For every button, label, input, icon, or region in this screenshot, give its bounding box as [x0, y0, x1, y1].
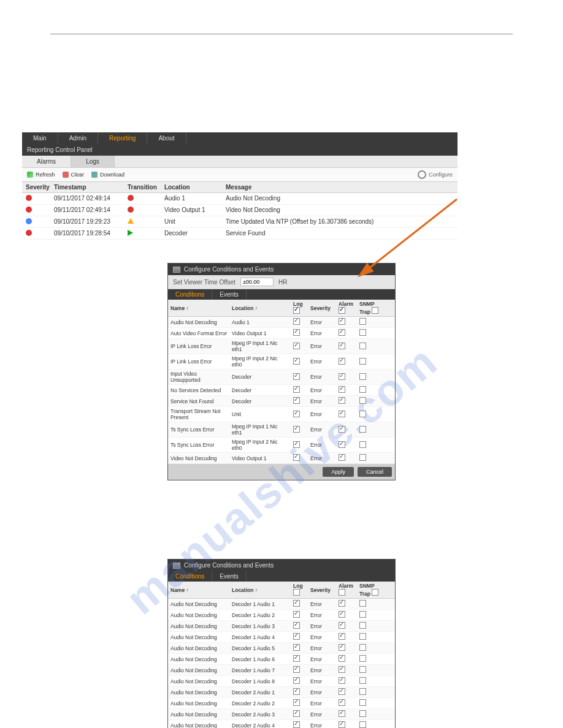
checkbox[interactable] — [293, 358, 300, 365]
checkbox[interactable] — [359, 688, 366, 695]
condition-row[interactable]: Service Not FoundDecoderError — [168, 396, 395, 407]
checkbox[interactable] — [293, 677, 300, 684]
col-trap[interactable]: SNMP Trap — [357, 582, 389, 598]
condition-row[interactable]: Audio Not DecodingDecoder 1 Audio 3Error — [168, 621, 395, 632]
tab-main[interactable]: Main — [22, 132, 58, 144]
checkbox[interactable] — [339, 343, 345, 349]
checkbox[interactable] — [293, 600, 300, 607]
condition-row[interactable]: IP Link Loss ErrorMpeg IP Input 1 Nic et… — [168, 339, 395, 354]
log-row[interactable]: 09/11/2017 02:49:14Audio 1Audio Not Deco… — [22, 193, 458, 205]
checkbox[interactable] — [339, 329, 345, 336]
checkbox[interactable] — [293, 721, 300, 728]
col-severity[interactable]: Severity — [308, 304, 336, 313]
checkbox[interactable] — [293, 318, 300, 325]
checkbox[interactable] — [293, 688, 300, 695]
checkbox[interactable] — [293, 655, 300, 662]
col-trap[interactable]: SNMP Trap — [357, 300, 389, 316]
col-name[interactable]: Name ↑ — [168, 304, 229, 313]
condition-row[interactable]: Transport Stream Not PresentUnitError — [168, 407, 395, 422]
col-log[interactable]: Log — [291, 582, 308, 598]
checkbox[interactable] — [372, 589, 378, 596]
download-button[interactable]: Download — [91, 172, 124, 178]
checkbox[interactable] — [293, 589, 300, 596]
checkbox[interactable] — [293, 441, 300, 448]
dialog-tab-events[interactable]: Events — [212, 289, 247, 300]
checkbox[interactable] — [359, 622, 366, 629]
condition-row[interactable]: Ts Sync Loss ErrorMpeg IP Input 1 Nic et… — [168, 422, 395, 438]
checkbox[interactable] — [359, 358, 366, 365]
offset-input[interactable] — [240, 278, 274, 286]
configure-link[interactable]: Configure — [418, 170, 453, 179]
checkbox[interactable] — [339, 622, 345, 629]
log-row[interactable]: 09/10/2017 19:29:23UnitTime Updated Via … — [22, 216, 458, 228]
checkbox[interactable] — [293, 411, 300, 417]
clear-button[interactable]: Clear — [63, 172, 85, 178]
checkbox[interactable] — [293, 622, 300, 629]
condition-row[interactable]: Ts Sync Loss ErrorMpeg IP Input 2 Nic et… — [168, 438, 395, 453]
checkbox[interactable] — [293, 611, 300, 618]
condition-row[interactable]: No Services DetectedDecoderError — [168, 385, 395, 396]
tab-admin[interactable]: Admin — [58, 132, 98, 144]
condition-row[interactable]: Audio Not DecodingDecoder 1 Audio 5Error — [168, 643, 395, 654]
checkbox[interactable] — [339, 358, 345, 365]
checkbox[interactable] — [293, 307, 300, 314]
checkbox[interactable] — [339, 600, 345, 607]
tab-about[interactable]: About — [147, 132, 186, 144]
condition-row[interactable]: Audio Not DecodingDecoder 1 Audio 7Error — [168, 665, 395, 676]
log-header-cell[interactable]: Transition — [124, 182, 161, 192]
checkbox[interactable] — [359, 666, 366, 673]
checkbox[interactable] — [359, 611, 366, 618]
dialog-tab-conditions[interactable]: Conditions — [168, 571, 212, 582]
col-severity[interactable]: Severity — [308, 586, 336, 594]
checkbox[interactable] — [359, 318, 366, 325]
checkbox[interactable] — [359, 644, 366, 651]
condition-row[interactable]: Input Video UnsupportedDecoderError — [168, 370, 395, 385]
checkbox[interactable] — [293, 633, 300, 640]
checkbox[interactable] — [293, 454, 300, 461]
subtab-alarms[interactable]: Alarms — [22, 156, 71, 167]
condition-row[interactable]: Video Not DecodingVideo Output 1Error — [168, 453, 395, 464]
checkbox[interactable] — [339, 677, 345, 684]
checkbox[interactable] — [359, 600, 366, 607]
log-row[interactable]: 09/10/2017 19:28:54DecoderService Found — [22, 228, 458, 240]
checkbox[interactable] — [339, 589, 345, 596]
col-name[interactable]: Name ↑ — [168, 586, 229, 594]
condition-row[interactable]: Audio Not DecodingDecoder 1 Audio 8Error — [168, 676, 395, 687]
checkbox[interactable] — [293, 373, 300, 380]
checkbox[interactable] — [339, 644, 345, 651]
checkbox[interactable] — [359, 386, 366, 393]
dialog-tab-conditions[interactable]: Conditions — [168, 289, 212, 300]
checkbox[interactable] — [339, 454, 345, 461]
checkbox[interactable] — [359, 710, 366, 717]
log-header-cell[interactable]: Timestamp — [50, 182, 124, 192]
condition-row[interactable]: Audio Not DecodingDecoder 1 Audio 2Error — [168, 610, 395, 621]
checkbox[interactable] — [339, 386, 345, 393]
checkbox[interactable] — [359, 454, 366, 461]
checkbox[interactable] — [293, 666, 300, 673]
checkbox[interactable] — [339, 710, 345, 717]
checkbox[interactable] — [339, 318, 345, 325]
checkbox[interactable] — [359, 397, 366, 404]
col-location[interactable]: Location ↑ — [229, 586, 291, 594]
checkbox[interactable] — [359, 373, 366, 380]
checkbox[interactable] — [359, 633, 366, 640]
cancel-button[interactable]: Cancel — [358, 467, 392, 477]
condition-row[interactable]: Audio Not DecodingDecoder 1 Audio 1Error — [168, 599, 395, 610]
checkbox[interactable] — [293, 710, 300, 717]
checkbox[interactable] — [339, 611, 345, 618]
checkbox[interactable] — [339, 633, 345, 640]
checkbox[interactable] — [359, 677, 366, 684]
condition-row[interactable]: Auto Video Format ErrorVideo Output 1Err… — [168, 328, 395, 339]
log-header-cell[interactable]: Location — [161, 182, 222, 192]
checkbox[interactable] — [293, 386, 300, 393]
checkbox[interactable] — [339, 373, 345, 380]
checkbox[interactable] — [293, 343, 300, 349]
checkbox[interactable] — [339, 411, 345, 417]
checkbox[interactable] — [293, 329, 300, 336]
checkbox[interactable] — [339, 688, 345, 695]
checkbox[interactable] — [359, 699, 366, 706]
checkbox[interactable] — [293, 699, 300, 706]
subtab-logs[interactable]: Logs — [71, 156, 115, 167]
checkbox[interactable] — [339, 655, 345, 662]
checkbox[interactable] — [339, 699, 345, 706]
